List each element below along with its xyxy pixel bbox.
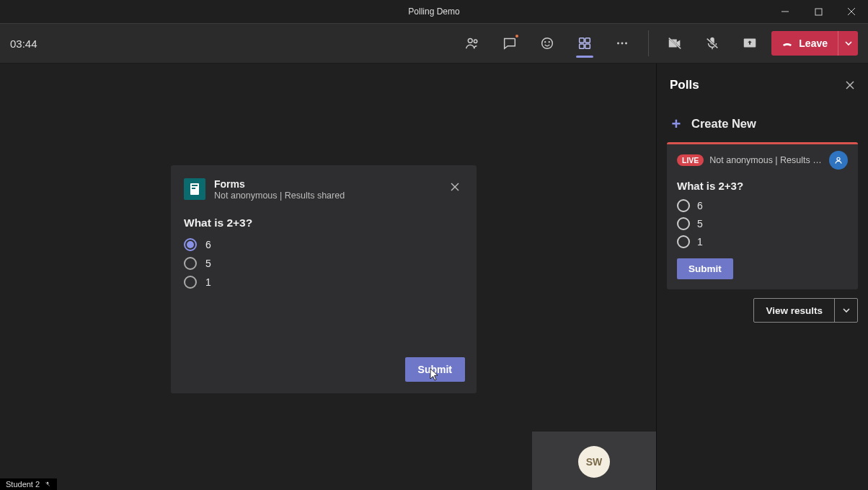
ellipsis-icon <box>614 35 630 51</box>
svg-point-6 <box>542 38 553 49</box>
minimize-button[interactable] <box>769 0 802 23</box>
apps-button[interactable] <box>569 27 601 59</box>
close-icon <box>847 7 856 16</box>
close-icon <box>845 80 855 90</box>
create-new-poll-button[interactable]: + Create New <box>667 108 858 142</box>
poll-option-label: 5 <box>205 258 211 269</box>
camera-off-icon <box>667 35 683 51</box>
poll-card-meta: Not anonymous | Results … <box>709 155 821 165</box>
poll-card-options: 6 5 1 <box>677 199 848 248</box>
more-actions-button[interactable] <box>606 27 638 59</box>
poll-option-label: 5 <box>697 218 703 229</box>
camera-button[interactable] <box>659 27 691 59</box>
live-indicator-bar <box>667 142 858 144</box>
live-badge: LIVE <box>677 154 704 166</box>
view-results-button[interactable]: View results <box>753 298 858 323</box>
active-indicator <box>576 56 593 58</box>
poll-option[interactable]: 1 <box>184 276 464 289</box>
submit-poll-button[interactable]: Submit <box>405 357 465 382</box>
polls-panel-title: Polls <box>670 78 699 92</box>
mic-off-icon <box>44 481 51 488</box>
minimize-icon <box>781 7 789 16</box>
radio-icon <box>677 217 690 230</box>
close-window-button[interactable] <box>835 0 868 23</box>
leave-button[interactable]: Leave <box>771 31 858 56</box>
leave-dropdown-button[interactable] <box>838 31 858 56</box>
poll-card-question: What is 2+3? <box>677 180 848 192</box>
poll-option[interactable]: 6 <box>677 199 848 212</box>
mic-button[interactable] <box>696 27 728 59</box>
poll-card-submit-button[interactable]: Submit <box>677 258 733 279</box>
svg-rect-12 <box>585 44 590 48</box>
poll-option[interactable]: 5 <box>677 217 848 230</box>
forms-app-icon <box>184 178 205 200</box>
share-button[interactable] <box>734 27 766 59</box>
maximize-icon <box>815 8 823 16</box>
notification-dot-icon <box>514 33 520 39</box>
radio-icon <box>184 276 197 289</box>
people-icon <box>464 35 480 51</box>
poll-app-name: Forms <box>214 178 345 190</box>
poll-option[interactable]: 1 <box>677 235 848 248</box>
svg-point-30 <box>837 157 840 160</box>
poll-owner-avatar <box>829 151 848 170</box>
radio-icon <box>184 238 197 251</box>
meeting-toolbar: 03:44 Leave <box>0 23 868 64</box>
svg-rect-9 <box>580 38 584 43</box>
svg-point-7 <box>545 42 546 43</box>
close-icon <box>450 182 460 192</box>
poll-question: What is 2+3? <box>184 216 464 229</box>
avatar: SW <box>578 446 610 478</box>
svg-point-5 <box>474 40 477 43</box>
maximize-button[interactable] <box>802 0 835 23</box>
poll-card: LIVE Not anonymous | Results … What is 2… <box>667 142 858 289</box>
svg-point-15 <box>625 43 627 45</box>
reactions-icon <box>539 35 555 51</box>
window-controls <box>769 0 868 23</box>
mic-off-icon <box>704 35 720 51</box>
svg-rect-1 <box>815 9 822 15</box>
polls-panel: Polls + Create New LIVE Not anonymous | … <box>656 64 868 490</box>
share-screen-icon <box>742 35 758 51</box>
radio-icon <box>677 235 690 248</box>
close-poll-button[interactable] <box>446 178 464 196</box>
poll-option[interactable]: 6 <box>184 238 464 251</box>
participants-button[interactable] <box>456 27 488 59</box>
window-titlebar: Polling Demo <box>0 0 868 23</box>
svg-rect-11 <box>580 44 584 48</box>
meeting-stage: Forms Not anonymous | Results shared Wha… <box>0 64 868 490</box>
plus-icon: + <box>670 118 683 131</box>
poll-popup: Forms Not anonymous | Results shared Wha… <box>171 165 477 393</box>
local-participant-label: Student 2 <box>0 478 57 490</box>
participant-tile[interactable]: SW <box>532 432 656 490</box>
svg-point-14 <box>621 43 624 45</box>
chevron-down-icon <box>845 40 852 47</box>
hangup-icon <box>781 38 793 49</box>
poll-options: 6 5 1 <box>184 238 464 289</box>
poll-option-label: 6 <box>697 200 703 211</box>
local-participant-name: Student 2 <box>6 480 40 489</box>
svg-point-8 <box>549 42 550 43</box>
chat-button[interactable] <box>494 27 526 59</box>
chevron-down-icon <box>843 307 850 314</box>
meeting-timer: 03:44 <box>10 38 37 50</box>
poll-option-label: 1 <box>205 276 211 288</box>
person-icon <box>833 155 843 165</box>
create-new-label: Create New <box>691 117 756 131</box>
poll-option[interactable]: 5 <box>184 257 464 270</box>
divider <box>648 30 649 56</box>
svg-rect-10 <box>585 38 590 43</box>
svg-point-4 <box>469 38 473 43</box>
view-results-dropdown[interactable] <box>834 299 857 322</box>
window-title: Polling Demo <box>408 6 459 17</box>
apps-icon <box>577 35 593 51</box>
view-results-label: View results <box>754 299 834 322</box>
poll-option-label: 6 <box>205 239 211 250</box>
poll-meta: Not anonymous | Results shared <box>214 191 345 201</box>
svg-point-13 <box>617 43 619 45</box>
radio-icon <box>184 257 197 270</box>
leave-label: Leave <box>799 38 828 49</box>
close-polls-panel-button[interactable] <box>845 80 855 90</box>
radio-icon <box>677 199 690 212</box>
reactions-button[interactable] <box>531 27 563 59</box>
